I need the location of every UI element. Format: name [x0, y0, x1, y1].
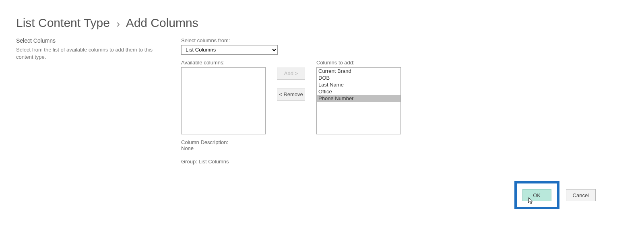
group-line: Group: List Columns: [181, 159, 266, 165]
breadcrumb: List Content Type › Add Columns: [16, 16, 628, 30]
remove-button[interactable]: < Remove: [277, 89, 305, 101]
list-item[interactable]: Phone Number: [317, 95, 400, 102]
list-item[interactable]: Last Name: [317, 81, 400, 88]
columns-to-add-listbox[interactable]: Current BrandDOBLast NameOfficePhone Num…: [316, 67, 401, 134]
section-title: Select Columns: [16, 37, 169, 44]
add-button[interactable]: Add >: [277, 68, 305, 80]
select-columns-from-dropdown[interactable]: List Columns: [181, 45, 278, 55]
list-item[interactable]: DOB: [317, 74, 400, 81]
list-item[interactable]: Current Brand: [317, 68, 400, 74]
available-columns-listbox[interactable]: [181, 67, 266, 134]
select-columns-from-label: Select columns from:: [181, 37, 401, 43]
breadcrumb-parent[interactable]: List Content Type: [16, 16, 110, 29]
column-description-label: Column Description:: [181, 139, 266, 145]
breadcrumb-current: Add Columns: [126, 16, 198, 29]
available-columns-label: Available columns:: [181, 60, 266, 66]
column-description-value: None: [181, 145, 266, 151]
section-description: Select from the list of available column…: [16, 46, 169, 61]
columns-to-add-label: Columns to add:: [316, 60, 401, 66]
breadcrumb-separator-icon: ›: [116, 18, 120, 30]
list-item[interactable]: Office: [317, 88, 400, 95]
